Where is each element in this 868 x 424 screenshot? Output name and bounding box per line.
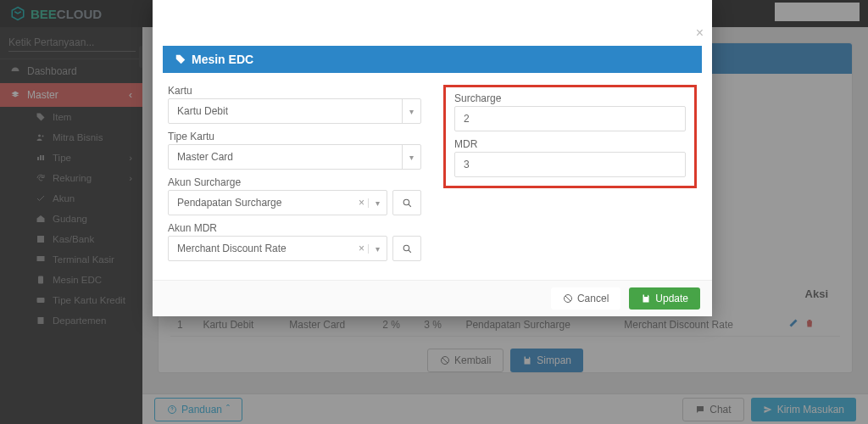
select-value: Pendapatan Surcharge [177,197,281,209]
clear-icon[interactable]: × [359,243,364,254]
field-label: Kartu [168,85,421,97]
ban-icon [563,293,573,304]
caret-icon: ▾ [368,198,387,208]
modal-title: Mesin EDC [192,53,253,66]
modal-left-column: Kartu Kartu Debit ▾ Tipe Kartu Master Ca… [168,85,421,268]
mdr-input[interactable] [454,152,686,177]
field-label: Surcharge [454,92,686,104]
kartu-select[interactable]: Kartu Debit ▾ [168,98,421,124]
surcharge-input[interactable] [454,106,686,131]
select-value: Merchant Discount Rate [177,243,287,254]
caret-icon: ▾ [402,145,420,169]
field-akun-mdr: Akun MDR Merchant Discount Rate ×▾ [168,222,421,261]
save-icon [641,293,651,304]
update-button[interactable]: Update [629,287,700,310]
select-value: Kartu Debit [177,105,228,117]
tag-icon [175,53,186,65]
field-mdr: MDR [454,138,686,177]
clear-icon[interactable]: × [359,197,364,209]
modal-close-button[interactable]: × [696,25,704,41]
field-akun-surcharge: Akun Surcharge Pendapatan Surcharge ×▾ [168,176,421,215]
field-label: Akun MDR [168,222,421,234]
search-icon [402,243,413,254]
field-label: Tipe Kartu [168,131,421,142]
field-tipe-kartu: Tipe Kartu Master Card ▾ [168,131,421,170]
caret-icon: ▾ [402,99,420,123]
svg-point-17 [403,245,409,251]
field-kartu: Kartu Kartu Debit ▾ [168,85,421,124]
cancel-button[interactable]: Cancel [551,287,620,310]
field-label: MDR [454,138,686,150]
modal-footer: Cancel Update [153,280,712,316]
tipe-kartu-select[interactable]: Master Card ▾ [168,144,421,170]
akun-surcharge-lookup[interactable] [392,190,421,215]
field-label: Akun Surcharge [168,176,421,188]
caret-icon: ▾ [368,244,387,254]
highlighted-box: Surcharge MDR [443,85,697,188]
akun-mdr-lookup[interactable] [392,236,421,261]
modal-body: Kartu Kartu Debit ▾ Tipe Kartu Master Ca… [153,73,712,280]
akun-surcharge-select[interactable]: Pendapatan Surcharge ×▾ [168,190,387,215]
akun-mdr-select[interactable]: Merchant Discount Rate ×▾ [168,236,387,261]
search-icon [402,198,413,209]
field-surcharge: Surcharge [454,92,686,131]
modal-right-column: Surcharge MDR [443,85,697,268]
modal-header: Mesin EDC [163,46,702,73]
modal-mesin-edc: × Mesin EDC Kartu Kartu Debit ▾ Tipe Kar… [153,0,712,316]
svg-point-16 [403,199,409,205]
button-label: Cancel [577,293,609,304]
button-label: Update [655,293,688,304]
select-value: Master Card [177,151,233,163]
